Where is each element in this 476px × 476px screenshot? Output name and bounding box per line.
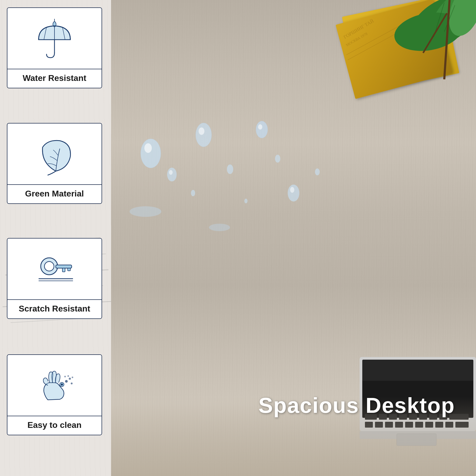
green-material-label: Green Material — [25, 189, 84, 198]
water-drops — [119, 79, 357, 264]
green-material-icon-area — [7, 123, 102, 184]
scratch-resistant-icon-area — [7, 239, 102, 299]
svg-point-16 — [256, 121, 268, 138]
spray-icon — [33, 365, 76, 408]
water-resistant-icon-area — [7, 8, 102, 69]
svg-point-17 — [258, 124, 262, 130]
svg-point-14 — [196, 123, 212, 147]
scratch-resistant-label: Scratch Resistant — [19, 304, 90, 313]
svg-point-22 — [288, 185, 299, 202]
svg-point-28 — [209, 224, 230, 231]
green-material-label-area: Green Material — [7, 184, 102, 203]
svg-point-72 — [65, 380, 68, 383]
easy-to-clean-icon-area — [7, 355, 102, 416]
tagline: Spacious Desktop — [258, 393, 455, 418]
svg-point-12 — [141, 139, 161, 168]
svg-point-66 — [44, 262, 54, 271]
svg-point-25 — [244, 199, 248, 203]
water-resistant-label-area: Water Resistant — [7, 69, 102, 88]
key-icon — [33, 249, 76, 291]
scratch-resistant-label-area: Scratch Resistant — [7, 299, 102, 318]
svg-point-21 — [275, 155, 280, 163]
feature-card-water-resistant: Water Resistant — [7, 7, 102, 88]
easy-to-clean-label: Easy to clean — [28, 420, 82, 430]
feature-card-easy-to-clean: Easy to clean — [7, 354, 102, 435]
leaf-icon — [33, 134, 76, 176]
tagline-text: Spacious Desktop — [258, 393, 455, 417]
svg-point-75 — [71, 383, 73, 385]
svg-point-26 — [315, 168, 320, 175]
svg-point-79 — [61, 383, 63, 386]
svg-point-15 — [199, 127, 204, 135]
svg-point-74 — [67, 375, 69, 377]
plant-decoration — [344, 0, 476, 93]
svg-rect-67 — [56, 265, 72, 268]
svg-point-23 — [290, 187, 294, 193]
water-resistant-label: Water Resistant — [23, 73, 86, 83]
svg-rect-68 — [62, 268, 65, 272]
svg-rect-69 — [68, 268, 70, 271]
svg-point-20 — [227, 164, 233, 174]
svg-point-76 — [72, 377, 73, 378]
svg-point-73 — [69, 378, 71, 380]
svg-rect-37 — [362, 360, 473, 381]
svg-point-27 — [130, 206, 161, 217]
easy-to-clean-label-area: Easy to clean — [7, 416, 102, 435]
svg-point-77 — [64, 376, 66, 377]
svg-point-24 — [191, 190, 195, 196]
umbrella-icon — [33, 19, 76, 61]
feature-card-scratch-resistant: Scratch Resistant — [7, 238, 102, 319]
svg-point-13 — [144, 143, 152, 153]
svg-point-18 — [167, 168, 177, 181]
feature-card-green-material: Green Material — [7, 123, 102, 204]
svg-point-19 — [169, 170, 173, 175]
